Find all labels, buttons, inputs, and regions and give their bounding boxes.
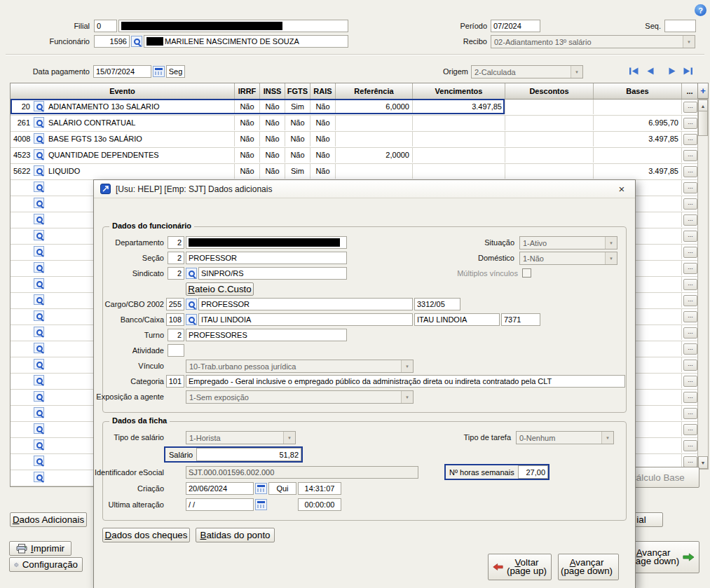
- salario-field[interactable]: 51,82: [196, 448, 301, 461]
- search-icon[interactable]: [34, 439, 44, 450]
- avancar-button[interactable]: Avançar (page down): [558, 554, 619, 580]
- row-more-button[interactable]: ...: [683, 327, 697, 339]
- search-icon[interactable]: [34, 246, 44, 257]
- row-more-button[interactable]: ...: [683, 424, 697, 435]
- turno-code-field[interactable]: 2: [168, 329, 184, 341]
- banco-descricao-field[interactable]: ITAU LINDOIA: [414, 313, 500, 326]
- add-row-button[interactable]: +: [697, 83, 709, 99]
- search-icon[interactable]: [34, 375, 44, 385]
- voltar-button[interactable]: Voltar (page up): [488, 554, 552, 580]
- dados-cheques-button[interactable]: Dados dos cheques: [102, 528, 190, 542]
- search-icon[interactable]: [34, 198, 44, 208]
- event-row[interactable]: 4008BASE FGTS 13o SALÁRIONãoNãoNãoNão3.4…: [11, 132, 697, 148]
- turno-name-field[interactable]: PROFESSORES: [186, 329, 347, 341]
- search-icon[interactable]: [131, 36, 142, 47]
- secao-name-field[interactable]: PROFESSOR: [186, 252, 347, 264]
- row-more-button[interactable]: ...: [683, 376, 697, 387]
- departamento-name-field[interactable]: [186, 236, 347, 249]
- search-icon[interactable]: [34, 117, 44, 128]
- row-more-button[interactable]: ...: [683, 343, 697, 355]
- imprimir-button[interactable]: Imprimir: [9, 541, 71, 556]
- multiplos-vinculos-checkbox[interactable]: [522, 268, 531, 278]
- column-header-fgts[interactable]: FGTS: [285, 83, 310, 99]
- row-more-button[interactable]: ...: [683, 247, 697, 258]
- secao-code-field[interactable]: 2: [168, 252, 184, 264]
- row-more-button[interactable]: ...: [683, 118, 697, 129]
- search-icon[interactable]: [34, 391, 44, 402]
- domestico-dropdown[interactable]: 1-Não: [519, 252, 617, 265]
- search-icon[interactable]: [34, 472, 44, 482]
- search-icon[interactable]: [34, 294, 44, 305]
- search-icon[interactable]: [34, 278, 44, 289]
- categoria-code-field[interactable]: 101: [166, 375, 184, 388]
- row-more-button[interactable]: ...: [683, 408, 697, 419]
- row-more-button[interactable]: ...: [683, 166, 697, 177]
- search-icon[interactable]: [34, 149, 44, 160]
- sindicato-code-field[interactable]: 2: [168, 267, 184, 280]
- search-icon[interactable]: [34, 310, 44, 321]
- row-more-button[interactable]: ...: [683, 214, 697, 226]
- departamento-code-field[interactable]: 2: [168, 236, 184, 249]
- atividade-code-field[interactable]: [168, 344, 184, 357]
- dialog-titlebar[interactable]: [Usu: HELP] [Emp: SJT] Dados adicionais …: [94, 180, 635, 198]
- search-icon[interactable]: [34, 423, 44, 434]
- search-icon[interactable]: [186, 268, 197, 279]
- criacao-date-field[interactable]: 20/06/2024: [186, 482, 254, 495]
- search-icon[interactable]: [34, 343, 44, 353]
- column-header-evento[interactable]: Evento: [11, 83, 235, 99]
- alteracao-date-field[interactable]: / /: [186, 498, 254, 511]
- event-row[interactable]: 20ADIANTAMENTO 13o SALARIONãoNãoSimNão6,…: [11, 100, 697, 116]
- banco-agencia-field[interactable]: 7371: [501, 313, 540, 326]
- search-icon[interactable]: [34, 456, 44, 466]
- row-more-button[interactable]: ...: [683, 392, 697, 403]
- column-header-descontos[interactable]: Descontos: [505, 83, 594, 99]
- row-more-button[interactable]: ...: [683, 360, 697, 371]
- row-more-button[interactable]: ...: [683, 311, 697, 322]
- event-row[interactable]: 5622LIQUIDONãoNãoSimNão3.497,85...: [11, 164, 697, 180]
- row-more-button[interactable]: ...: [683, 295, 697, 306]
- next-record-button[interactable]: [664, 64, 680, 78]
- search-icon[interactable]: [34, 165, 44, 176]
- calendar-icon[interactable]: [153, 66, 165, 77]
- search-icon[interactable]: [34, 133, 44, 144]
- scroll-down-icon[interactable]: [698, 456, 708, 469]
- search-icon[interactable]: [186, 314, 197, 325]
- first-record-button[interactable]: [626, 64, 642, 78]
- row-more-button[interactable]: ...: [683, 440, 697, 451]
- previous-record-button[interactable]: [642, 64, 658, 78]
- search-icon[interactable]: [34, 262, 44, 273]
- exposicao-dropdown[interactable]: 1-Sem exposição: [186, 390, 414, 404]
- row-more-button[interactable]: ...: [683, 134, 697, 145]
- column-header-referencia[interactable]: Referência: [336, 83, 413, 99]
- funcionario-name-field[interactable]: MARILENE NASCIMENTO DE SOUZA: [144, 35, 348, 48]
- row-more-button[interactable]: ...: [683, 182, 697, 193]
- vinculo-dropdown[interactable]: 10-Trab.urbano pessoa jurídica: [186, 360, 414, 373]
- row-more-button[interactable]: ...: [683, 198, 697, 210]
- horas-field[interactable]: 27,00: [518, 465, 548, 479]
- origem-dropdown[interactable]: 2-Calculada: [471, 65, 583, 78]
- column-header-more[interactable]: ...: [682, 83, 697, 99]
- cargo-cbo-field[interactable]: 3312/05: [414, 298, 460, 310]
- dados-adicionais-button[interactable]: Dados Adicionais: [10, 512, 87, 527]
- event-row[interactable]: 261SALÁRIO CONTRATUALNãoNãoNãoNão6.995,7…: [11, 116, 697, 132]
- tipo-salario-dropdown[interactable]: 1-Horista: [186, 431, 296, 444]
- search-icon[interactable]: [34, 407, 44, 418]
- row-more-button[interactable]: ...: [683, 150, 697, 161]
- seq-field[interactable]: [664, 20, 696, 32]
- search-icon[interactable]: [34, 101, 44, 111]
- sindicato-name-field[interactable]: SINPRO/RS: [198, 267, 347, 280]
- last-record-button[interactable]: [680, 64, 696, 78]
- banco-code-field[interactable]: 108: [166, 313, 184, 326]
- column-header-inss[interactable]: INSS: [260, 83, 285, 99]
- cargo-code-field[interactable]: 255: [166, 298, 184, 310]
- filial-code-field[interactable]: 0: [94, 20, 117, 32]
- table-scrollbar[interactable]: [697, 99, 709, 470]
- data-pagamento-field[interactable]: 15/07/2024: [93, 65, 151, 78]
- filial-name-field[interactable]: [118, 20, 348, 32]
- search-icon[interactable]: [186, 299, 197, 310]
- calendar-icon[interactable]: [255, 483, 267, 494]
- cargo-name-field[interactable]: PROFESSOR: [198, 298, 413, 310]
- row-more-button[interactable]: ...: [683, 456, 697, 467]
- rateio-ccusto-button[interactable]: Rateio C.Custo: [186, 282, 254, 296]
- help-icon[interactable]: ?: [695, 4, 706, 16]
